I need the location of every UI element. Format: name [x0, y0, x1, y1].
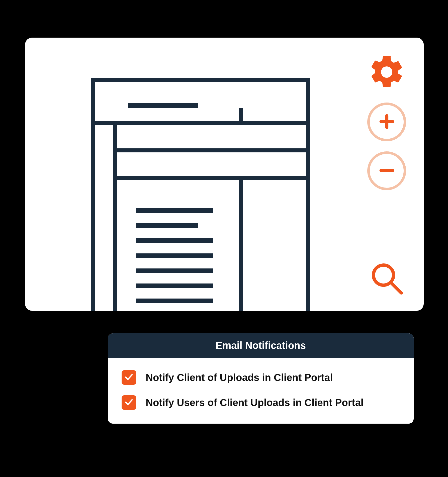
email-notifications-panel: Email Notifications Notify Client of Upl…: [108, 333, 414, 424]
search-button[interactable]: [367, 259, 406, 298]
settings-button[interactable]: [367, 53, 406, 92]
gear-icon: [367, 88, 406, 92]
svg-rect-3: [128, 103, 198, 108]
panel-title: Email Notifications: [108, 333, 414, 358]
search-icon: [367, 259, 406, 299]
plus-icon: [378, 113, 396, 131]
minus-icon: [378, 162, 396, 180]
svg-line-21: [391, 283, 401, 293]
panel-body: Notify Client of Uploads in Client Porta…: [108, 358, 414, 424]
viewer-toolbar: [367, 53, 406, 190]
option-row: Notify Users of Client Uploads in Client…: [122, 395, 400, 410]
option-label: Notify Client of Uploads in Client Porta…: [146, 372, 333, 383]
document-viewer-card: [25, 38, 424, 311]
zoom-in-button[interactable]: [367, 103, 406, 141]
check-icon: [124, 372, 134, 383]
notify-users-checkbox[interactable]: [122, 395, 136, 410]
notify-client-checkbox[interactable]: [122, 370, 136, 385]
document-illustration: [90, 78, 311, 311]
option-label: Notify Users of Client Uploads in Client…: [146, 397, 364, 408]
option-row: Notify Client of Uploads in Client Porta…: [122, 370, 400, 385]
check-icon: [124, 397, 134, 408]
zoom-out-button[interactable]: [367, 151, 406, 190]
